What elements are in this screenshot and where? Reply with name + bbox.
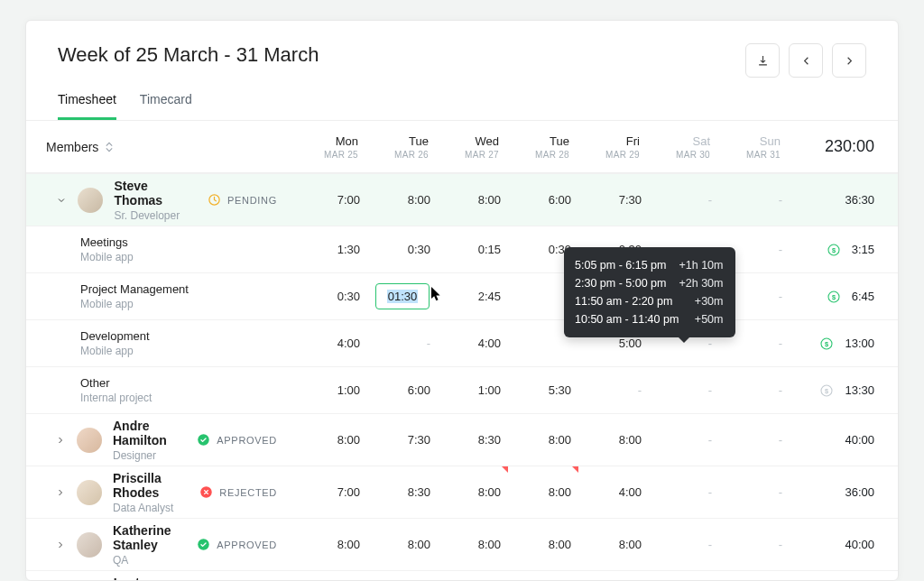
avatar xyxy=(77,428,102,453)
member-day-total: 8:00 xyxy=(367,173,438,226)
time-cell-selected[interactable]: 01:30 xyxy=(367,272,438,319)
member-week-total: 36:30 xyxy=(790,173,898,226)
member-name: Priscilla Rhodes xyxy=(113,471,189,500)
tooltip-row: 5:05 pm - 6:15 pm+1h 10m xyxy=(575,256,723,274)
member-name: Lester Young xyxy=(114,576,186,582)
member-day-total[interactable] xyxy=(649,518,719,570)
member-day-total[interactable]: 8:00 xyxy=(578,518,649,570)
svg-text:$: $ xyxy=(825,339,828,347)
day-column-header: SunMAR 31 xyxy=(719,121,790,173)
member-day-total xyxy=(719,173,790,226)
avatar xyxy=(77,480,102,505)
member-week-total: 40:00 xyxy=(790,518,898,570)
collapse-toggle[interactable] xyxy=(55,194,67,207)
time-cell[interactable]: 1:00 xyxy=(297,366,367,413)
day-column-header: TueMAR 28 xyxy=(508,121,578,173)
time-cell[interactable]: 1:30 xyxy=(297,226,367,272)
member-day-total[interactable]: 4:00 xyxy=(578,466,649,518)
task-name: Project Management xyxy=(80,282,189,296)
check-circle-icon xyxy=(197,433,210,447)
prev-week-button[interactable] xyxy=(789,43,823,78)
member-day-total[interactable] xyxy=(649,466,719,518)
member-day-total[interactable]: 8:00 xyxy=(367,570,438,581)
avatar xyxy=(77,532,102,558)
task-week-total: $3:15 xyxy=(790,226,898,272)
download-icon xyxy=(756,54,770,68)
member-day-total[interactable]: 8:00 xyxy=(438,466,508,518)
time-cell[interactable]: 5:30 xyxy=(508,366,578,413)
time-cell[interactable]: 0:30 xyxy=(297,272,367,319)
member-day-total[interactable]: 8:00 xyxy=(297,518,367,570)
member-role: Sr. Developer xyxy=(114,209,196,222)
time-cell[interactable]: 2:45 xyxy=(438,272,508,319)
member-day-total[interactable]: 8:00 xyxy=(297,570,367,581)
member-day-total[interactable]: 8:00 xyxy=(508,413,578,466)
time-entries-tooltip: 5:05 pm - 6:15 pm+1h 10m2:30 pm - 5:00 p… xyxy=(564,247,735,337)
member-day-total[interactable] xyxy=(719,413,790,466)
member-day-total[interactable]: 8:00 xyxy=(438,570,508,581)
billable-icon: $ xyxy=(819,337,834,351)
expand-toggle[interactable] xyxy=(55,539,66,551)
expand-toggle[interactable] xyxy=(55,434,66,447)
member-day-total[interactable]: 8:00 xyxy=(438,518,508,570)
member-day-total[interactable] xyxy=(649,413,719,466)
time-cell[interactable]: 4:00 xyxy=(438,319,508,366)
time-cell[interactable] xyxy=(578,366,649,413)
member-day-total[interactable]: 8:00 xyxy=(508,518,578,570)
member-day-total[interactable] xyxy=(719,570,790,581)
billable-icon: $ xyxy=(827,243,841,257)
expand-toggle[interactable] xyxy=(55,486,66,499)
tab-timesheet[interactable]: Timesheet xyxy=(58,92,116,120)
member-day-total[interactable]: 7:00 xyxy=(297,466,367,518)
day-column-header: MonMAR 25 xyxy=(297,121,367,173)
member-day-total[interactable] xyxy=(719,466,790,518)
member-day-total xyxy=(649,173,719,226)
member-day-total: 8:00 xyxy=(438,173,508,226)
member-day-total[interactable]: 8:30 xyxy=(367,466,438,518)
members-column-header[interactable]: Members xyxy=(46,140,113,154)
x-circle-icon xyxy=(199,485,213,499)
member-day-total[interactable]: 7:30 xyxy=(367,413,438,466)
status-badge: APPROVED xyxy=(197,538,277,551)
time-cell[interactable]: 6:00 xyxy=(367,366,438,413)
member-week-total: 40:00 xyxy=(790,570,898,581)
member-day-total[interactable]: 8:00 xyxy=(578,413,649,466)
member-day-total[interactable]: 8:00 xyxy=(508,570,578,581)
time-cell[interactable] xyxy=(367,319,438,366)
member-day-total[interactable] xyxy=(649,570,719,581)
time-cell[interactable]: 1:00 xyxy=(438,366,508,413)
member-day-total[interactable]: 8:00 xyxy=(367,518,438,570)
status-badge: PENDING xyxy=(208,193,277,207)
task-project: Mobile app xyxy=(80,251,134,263)
task-week-total: $13:00 xyxy=(790,319,898,366)
grand-total: 230:00 xyxy=(825,137,874,156)
tab-timecard[interactable]: Timecard xyxy=(140,92,192,120)
member-role: QA xyxy=(113,554,186,567)
task-project: Internal project xyxy=(80,392,152,404)
time-cell[interactable]: 0:30 xyxy=(367,226,438,272)
chevron-right-icon xyxy=(843,54,856,68)
day-column-header: SatMAR 30 xyxy=(649,121,719,173)
download-button[interactable] xyxy=(745,43,780,78)
page-title: Week of 25 March - 31 March xyxy=(58,43,319,67)
member-day-total[interactable]: 8:00 xyxy=(578,570,649,581)
member-day-total: 6:00 xyxy=(508,173,578,226)
time-cell[interactable] xyxy=(649,366,719,413)
member-day-total[interactable]: 8:00 xyxy=(297,413,367,466)
day-column-header: FriMAR 29 xyxy=(578,121,649,173)
member-day-total[interactable]: 8:00 xyxy=(508,466,578,518)
time-cell[interactable]: 4:00 xyxy=(297,319,367,366)
member-day-total: 7:30 xyxy=(578,173,649,226)
task-name: Development xyxy=(80,329,150,343)
member-day-total[interactable]: 8:30 xyxy=(438,413,508,466)
sort-icon[interactable] xyxy=(106,142,113,152)
billable-icon: $ xyxy=(819,383,834,398)
svg-text:$: $ xyxy=(832,292,836,300)
member-day-total: 7:00 xyxy=(297,173,367,226)
member-day-total[interactable] xyxy=(719,518,790,570)
next-week-button[interactable] xyxy=(832,43,866,78)
check-circle-icon xyxy=(197,538,210,551)
time-cell[interactable] xyxy=(719,366,790,413)
time-cell[interactable]: 0:15 xyxy=(438,226,508,272)
day-column-header: WedMAR 27 xyxy=(438,121,508,173)
